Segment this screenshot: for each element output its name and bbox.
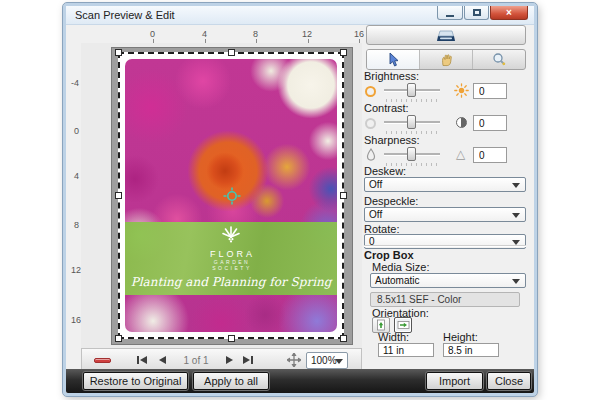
chevron-down-icon (512, 183, 520, 188)
previous-page-button[interactable] (154, 353, 170, 367)
banner-tagline: Planting and Planning for Spring (125, 275, 337, 289)
chevron-down-icon (512, 213, 520, 218)
media-size-label: Media Size: (372, 261, 429, 273)
next-page-button[interactable] (222, 353, 238, 367)
height-field[interactable] (443, 343, 499, 357)
cursor-icon (387, 52, 400, 67)
magnifier-icon (492, 52, 507, 67)
close-button[interactable]: Close (487, 372, 531, 390)
crop-handle-w[interactable] (115, 192, 122, 199)
title-bar[interactable]: Scan Preview & Edit × (66, 6, 534, 25)
ruler-top-label: 0 (150, 29, 155, 39)
width-label: Width: (378, 331, 409, 343)
last-page-icon (242, 355, 254, 365)
ruler-left-label: -4 (71, 78, 79, 88)
landscape-page-icon (397, 319, 410, 331)
minimize-icon (446, 15, 454, 17)
crop-handle-s[interactable] (228, 335, 235, 342)
banner-org-line3: SOCIETY (127, 265, 337, 271)
dialog-title: Scan Preview & Edit (75, 9, 175, 21)
ruler-top-label: 12 (302, 29, 312, 39)
chevron-down-icon (335, 359, 343, 364)
next-page-icon (225, 355, 235, 365)
crop-selection[interactable]: FLORA GARDEN SOCIETY Planting and Planni… (118, 52, 344, 339)
sharpness-slider-thumb[interactable] (407, 147, 416, 161)
maximize-icon (473, 9, 481, 16)
ruler-top-label: 16 (354, 29, 364, 39)
brightness-slider-thumb[interactable] (407, 83, 416, 97)
crop-handle-ne[interactable] (340, 49, 347, 56)
droplet-icon (365, 147, 377, 165)
ruler-left-label: 12 (71, 265, 81, 275)
despeckle-label: Despeckle: (364, 195, 418, 207)
contrast-value-field[interactable] (473, 115, 507, 131)
sharpness-label: Sharpness: (364, 134, 420, 146)
import-button[interactable]: Import (426, 372, 483, 390)
scan-info-box: 8.5x11 SEF - Color (370, 292, 520, 307)
flora-logo-icon (125, 222, 337, 248)
select-tool-button[interactable] (367, 50, 420, 69)
contrast-min-icon (365, 118, 376, 129)
sun-icon (454, 83, 469, 102)
width-field[interactable] (378, 343, 434, 357)
banner-org-line1: FLORA (128, 249, 337, 259)
sharpness-value-field[interactable] (473, 147, 507, 163)
scan-info-text: 8.5x11 SEF - Color (377, 294, 461, 305)
deskew-label: Deskew: (364, 165, 406, 177)
crop-box-heading: Crop Box (364, 249, 414, 261)
window-controls: × (436, 6, 528, 20)
last-page-button[interactable] (240, 353, 256, 367)
ruler-left-label: 0 (74, 126, 79, 136)
close-window-button[interactable]: × (490, 6, 528, 20)
media-size-select[interactable]: Automatic (370, 273, 526, 288)
first-page-button[interactable] (134, 353, 150, 367)
zoom-level-value: 100% (311, 355, 337, 366)
crop-handle-e[interactable] (340, 192, 347, 199)
despeckle-select[interactable]: Off (364, 207, 526, 222)
deskew-value: Off (369, 179, 382, 190)
divider (364, 245, 526, 247)
zoom-tool-button[interactable] (473, 50, 525, 69)
maximize-button[interactable] (464, 6, 489, 20)
close-icon: × (506, 3, 512, 22)
page-indicator: 1 of 1 (174, 355, 218, 366)
crop-handle-nw[interactable] (115, 49, 122, 56)
previous-page-icon (157, 355, 167, 365)
scanned-image[interactable]: FLORA GARDEN SOCIETY Planting and Planni… (125, 59, 337, 332)
brightness-slider[interactable] (384, 82, 440, 102)
chevron-down-icon (512, 279, 520, 284)
sharpness-slider[interactable] (384, 146, 440, 166)
pan-tool-button[interactable] (420, 50, 473, 69)
first-page-icon (136, 355, 148, 365)
ruler-left-label: 8 (74, 220, 79, 230)
zoom-level-select[interactable]: 100% (306, 352, 348, 369)
brightness-label: Brightness: (364, 70, 419, 82)
ruler-top-label: 8 (253, 29, 258, 39)
crop-handle-sw[interactable] (115, 335, 122, 342)
remove-page-button[interactable] (94, 358, 111, 363)
despeckle-value: Off (369, 209, 382, 220)
media-size-value: Automatic (375, 275, 419, 286)
deskew-select[interactable]: Off (364, 177, 526, 192)
restore-original-button[interactable]: Restore to Original (83, 372, 188, 390)
rescan-button[interactable] (366, 25, 526, 45)
scan-preview-dialog: Scan Preview & Edit × 0 4 8 12 16 -4 0 4… (63, 3, 537, 396)
crop-handle-n[interactable] (228, 49, 235, 56)
contrast-slider-thumb[interactable] (407, 115, 416, 129)
footer-bar: Restore to Original Apply to all Import … (66, 369, 534, 393)
height-label: Height: (443, 331, 478, 343)
hand-icon (439, 52, 454, 67)
ruler-left-label: 16 (71, 315, 81, 325)
ruler-top-label: 4 (202, 29, 207, 39)
flyer-banner: FLORA GARDEN SOCIETY Planting and Planni… (125, 222, 337, 295)
pan-icon (287, 353, 301, 367)
apply-to-all-button[interactable]: Apply to all (193, 372, 269, 390)
ruler-left-label: 4 (74, 171, 79, 181)
brightness-value-field[interactable] (473, 83, 507, 99)
contrast-icon (456, 117, 467, 128)
scanner-icon (436, 28, 456, 43)
brightness-min-icon (365, 86, 376, 97)
contrast-slider[interactable] (384, 114, 440, 134)
crop-handle-se[interactable] (340, 335, 347, 342)
minimize-button[interactable] (437, 6, 463, 20)
